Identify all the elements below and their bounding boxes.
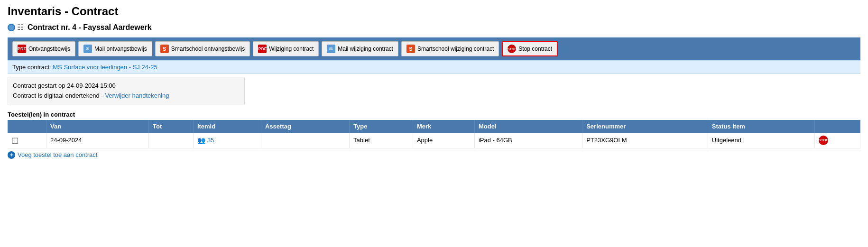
- mail-icon-2: ✉: [327, 45, 335, 53]
- smartschool-ontvangstbewijs-button[interactable]: S Smartschool ontvangstbewijs: [155, 41, 250, 56]
- row-status: Uitgeleend: [708, 133, 814, 148]
- stop-contract-button[interactable]: STOP Stop contract: [502, 41, 558, 56]
- row-stop-badge[interactable]: STOP: [819, 136, 828, 145]
- row-merk: Apple: [413, 133, 474, 148]
- device-monitor-icon: ◫: [11, 136, 18, 144]
- table-row: ◫ 24-09-2024 👥 35 Tablet Apple iPad - 64…: [8, 133, 860, 148]
- row-model: iPad - 64GB: [474, 133, 582, 148]
- contract-info-box: Contract gestart op 24-09-2024 15:00 Con…: [8, 77, 245, 105]
- row-itemid: 👥 35: [193, 133, 261, 148]
- col-van: Van: [46, 120, 149, 133]
- row-type: Tablet: [350, 133, 413, 148]
- col-type: Type: [350, 120, 413, 133]
- table-section-title: Toestel(len) in contract: [8, 111, 860, 118]
- col-itemid: Itemid: [193, 120, 261, 133]
- col-status: Status item: [708, 120, 814, 133]
- ontvangstbewijs-button[interactable]: PDF Ontvangstbewijs: [12, 41, 75, 56]
- type-contract-label: Type contract:: [12, 64, 51, 71]
- mail-wijziging-contract-button[interactable]: ✉ Mail wijziging contract: [322, 41, 398, 56]
- row-assettag: [261, 133, 349, 148]
- toolbar: PDF Ontvangstbewijs ✉ Mail ontvangstbewi…: [8, 37, 860, 60]
- pdf-icon-2: PDF: [258, 45, 267, 53]
- type-contract-link[interactable]: MS Surface voor leerlingen - SJ 24-25: [53, 64, 157, 71]
- col-icon: [8, 120, 46, 133]
- row-action-cell: STOP: [815, 133, 860, 148]
- mail-ontvangstbewijs-button[interactable]: ✉ Mail ontvangstbewijs: [78, 41, 152, 56]
- row-serienummer: PT23XG9OLM: [582, 133, 708, 148]
- row-tot: [149, 133, 194, 148]
- row-device-icon-cell: ◫: [8, 133, 46, 148]
- mail-icon: ✉: [83, 45, 92, 53]
- smartschool-icon: S: [160, 45, 169, 53]
- col-action: [815, 120, 860, 133]
- contract-title: Contract nr. 4 - Fayssal Aardewerk: [28, 23, 152, 32]
- col-serienummer: Serienummer: [582, 120, 708, 133]
- contract-status-icons: ☷: [8, 23, 24, 32]
- itemid-link[interactable]: 👥 35: [197, 137, 257, 144]
- contract-start-info: Contract gestart op 24-09-2024 15:00: [13, 81, 240, 91]
- stop-icon: STOP: [508, 45, 516, 53]
- wijziging-contract-button[interactable]: PDF Wijziging contract: [253, 41, 319, 56]
- status-circle-icon: [8, 24, 15, 31]
- page-title: Inventaris - Contract: [8, 5, 860, 18]
- col-merk: Merk: [413, 120, 474, 133]
- col-tot: Tot: [149, 120, 194, 133]
- col-model: Model: [474, 120, 582, 133]
- table-header-row: Van Tot Itemid Assettag Type Merk Model …: [8, 120, 860, 133]
- verwijder-handtekening-link[interactable]: Verwijder handtekening: [105, 92, 169, 99]
- table-section: Toestel(len) in contract Van Tot Itemid …: [8, 111, 860, 159]
- people-icon: 👥: [197, 137, 205, 144]
- add-circle-icon: +: [8, 151, 15, 159]
- smartschool-wijziging-contract-button[interactable]: S Smartschool wijziging contract: [401, 41, 499, 56]
- add-toestel-link[interactable]: + Voeg toestel toe aan contract: [8, 151, 860, 159]
- smartschool-icon-2: S: [406, 45, 415, 53]
- contract-signature-info: Contract is digitaal ondertekend - Verwi…: [13, 91, 240, 101]
- devices-table: Van Tot Itemid Assettag Type Merk Model …: [8, 120, 860, 148]
- row-van: 24-09-2024: [46, 133, 149, 148]
- pdf-icon: PDF: [18, 45, 26, 53]
- type-contract-bar: Type contract: MS Surface voor leerlinge…: [8, 60, 860, 74]
- col-assettag: Assettag: [261, 120, 349, 133]
- contract-header: ☷ Contract nr. 4 - Fayssal Aardewerk: [8, 23, 860, 32]
- list-icon: ☷: [17, 23, 24, 32]
